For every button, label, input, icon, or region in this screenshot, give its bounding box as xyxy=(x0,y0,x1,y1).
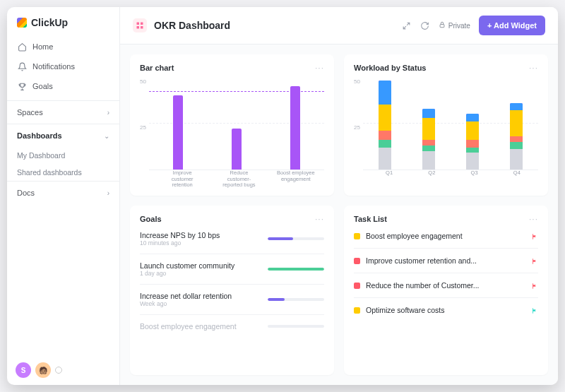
progress-bar xyxy=(268,237,324,240)
status-square-icon xyxy=(354,258,360,264)
chevron-down-icon: ⌄ xyxy=(104,132,109,140)
status-square-icon xyxy=(354,307,360,314)
progress-bar xyxy=(268,268,324,271)
section-label: Spaces xyxy=(17,108,43,117)
avatar[interactable]: S xyxy=(16,362,31,378)
task-row[interactable]: Boost employee engagement xyxy=(354,224,538,249)
sidebar-item-home[interactable]: Home xyxy=(7,37,119,57)
x-label: Q4 xyxy=(503,170,531,187)
x-label: Q2 xyxy=(417,170,446,187)
brand-logo-icon xyxy=(17,18,27,28)
section-label: Dashboards xyxy=(17,131,62,140)
bar xyxy=(290,86,300,170)
flag-icon xyxy=(531,307,538,314)
chevron-right-icon: › xyxy=(107,109,109,117)
card-goals: Goals ··· Increase NPS by 10 bps10 minut… xyxy=(130,206,334,375)
sidebar-nav: Home Notifications Goals xyxy=(7,35,119,100)
task-text: Boost employee engagement xyxy=(366,232,525,240)
stacked-bar xyxy=(510,103,523,170)
bar-chart: 5025 Improve customer retentionReduce cu… xyxy=(140,77,324,187)
more-icon[interactable]: ··· xyxy=(529,63,538,73)
stacked-bar xyxy=(422,109,435,170)
stacked-bar xyxy=(379,81,391,170)
x-label: Q1 xyxy=(375,170,403,187)
card-title: Workload by Status xyxy=(354,64,426,72)
bar xyxy=(232,129,242,170)
more-icon[interactable]: ··· xyxy=(315,214,324,224)
flag-icon xyxy=(531,257,538,264)
svg-rect-2 xyxy=(137,26,140,29)
goal-timestamp: 1 day ago xyxy=(140,270,234,277)
status-square-icon xyxy=(354,283,360,289)
more-icon[interactable]: ··· xyxy=(315,63,324,73)
sidebar-item-label: Home xyxy=(32,42,53,51)
sidebar-section-spaces[interactable]: Spaces › xyxy=(7,100,119,124)
card-tasks: Task List ··· Boost employee engagementI… xyxy=(344,206,548,375)
expand-icon[interactable] xyxy=(402,20,412,30)
brand-name: ClickUp xyxy=(31,17,68,28)
avatar[interactable]: 🧑🏽 xyxy=(35,362,51,378)
sidebar-item-label: Goals xyxy=(32,82,53,90)
flag-icon xyxy=(531,282,538,289)
stacked-bar xyxy=(466,114,479,170)
main: OKR Dashboard Private + Add Widget xyxy=(120,7,558,385)
goal-text: Boost employee engagement xyxy=(140,322,237,331)
chevron-right-icon: › xyxy=(107,189,109,197)
goal-timestamp: 10 minutes ago xyxy=(140,239,220,247)
card-title: Goals xyxy=(140,215,162,223)
more-icon[interactable]: ··· xyxy=(529,214,538,224)
svg-rect-4 xyxy=(440,25,444,28)
x-label: Reduce customer-reported bugs xyxy=(218,170,260,187)
sidebar-item-my-dashboard[interactable]: My Dashboard xyxy=(7,147,119,164)
goal-item[interactable]: Launch customer community1 day ago xyxy=(140,254,324,285)
visibility-label: Private xyxy=(448,22,470,30)
progress-bar xyxy=(268,298,324,301)
dashboard-icon xyxy=(133,18,147,32)
app-window: ClickUp Home Notifications Goals xyxy=(7,7,558,385)
brand: ClickUp xyxy=(7,7,119,35)
goal-text: Increase net dollar retention xyxy=(140,292,232,300)
task-row[interactable]: Improve customer retention and... xyxy=(354,249,538,273)
task-text: Optimize software costs xyxy=(366,306,525,314)
goal-timestamp: Week ago xyxy=(140,300,232,307)
task-text: Improve customer retention and... xyxy=(366,256,525,265)
bell-icon xyxy=(17,61,27,71)
card-title: Task List xyxy=(354,215,387,223)
page-title: OKR Dashboard xyxy=(154,20,230,31)
x-label: Q3 xyxy=(460,170,489,187)
svg-rect-3 xyxy=(141,26,143,29)
refresh-icon[interactable] xyxy=(420,20,430,30)
add-widget-button[interactable]: + Add Widget xyxy=(479,16,545,35)
card-title: Bar chart xyxy=(140,64,174,72)
trophy-icon xyxy=(17,81,27,91)
progress-bar xyxy=(268,325,324,328)
sidebar: ClickUp Home Notifications Goals xyxy=(7,7,120,385)
sidebar-item-goals[interactable]: Goals xyxy=(7,76,119,96)
sidebar-item-label: Notifications xyxy=(32,62,75,71)
sidebar-section-docs[interactable]: Docs › xyxy=(7,181,119,204)
lock-icon xyxy=(439,21,446,30)
dashboard-grid: Bar chart ··· 5025 Improve customer rete… xyxy=(120,44,558,385)
status-square-icon xyxy=(354,233,360,239)
task-text: Reduce the number of Customer... xyxy=(366,281,525,290)
task-row[interactable]: Reduce the number of Customer... xyxy=(354,273,538,298)
sidebar-footer: S 🧑🏽 xyxy=(7,355,119,385)
task-row[interactable]: Optimize software costs xyxy=(354,298,538,322)
sidebar-section-dashboards[interactable]: Dashboards ⌄ xyxy=(7,124,119,147)
workload-chart: 5025 Q1Q2Q3Q4 xyxy=(354,77,538,187)
more-icon[interactable] xyxy=(55,367,62,374)
card-bar-chart: Bar chart ··· 5025 Improve customer rete… xyxy=(130,54,334,196)
flag-icon xyxy=(531,232,538,239)
section-label: Docs xyxy=(17,189,35,197)
goal-item[interactable]: Increase NPS by 10 bps10 minutes ago xyxy=(140,224,324,254)
sidebar-item-notifications[interactable]: Notifications xyxy=(7,57,119,76)
visibility-indicator[interactable]: Private xyxy=(439,21,470,30)
goal-item[interactable]: Increase net dollar retentionWeek ago xyxy=(140,285,324,315)
goal-item[interactable]: Boost employee engagement xyxy=(140,315,324,338)
topbar-right: Private + Add Widget xyxy=(402,16,545,35)
x-label: Improve customer retention xyxy=(161,170,203,187)
sidebar-item-shared-dashboards[interactable]: Shared dashboards xyxy=(7,164,119,181)
goal-text: Increase NPS by 10 bps xyxy=(140,231,220,239)
svg-rect-0 xyxy=(137,23,140,25)
card-workload: Workload by Status ··· 5025 Q1Q2Q3Q4 xyxy=(344,54,548,196)
